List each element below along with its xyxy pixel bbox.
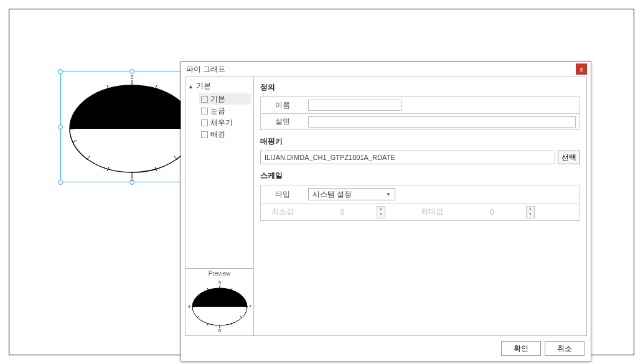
- tree-view: ▲ 기본 기본 눈금 채우기: [185, 77, 253, 268]
- spin-up-icon[interactable]: ▲: [527, 207, 534, 212]
- ok-button[interactable]: 확인: [501, 341, 541, 356]
- svg-text:5: 5: [218, 281, 221, 285]
- dialog-footer: 확인 취소: [501, 341, 584, 356]
- tree-item-label: 기본: [210, 94, 225, 105]
- field-row-desc: 설명: [261, 113, 580, 129]
- tree-item-background[interactable]: 배경: [199, 129, 251, 140]
- tree-item-ticks[interactable]: 눈금: [199, 105, 251, 116]
- spin-down-icon[interactable]: ▼: [377, 212, 385, 218]
- label-name: 이름: [261, 100, 304, 111]
- label-desc: 설명: [261, 116, 304, 127]
- definition-table: 이름 설명: [260, 96, 580, 130]
- preview-box: Preview: [185, 268, 253, 335]
- pie-graph-dialog: 파이 그래프 x ▲ 기본 기본: [181, 61, 591, 362]
- checkbox-icon[interactable]: [201, 96, 208, 103]
- tree-item-fill[interactable]: 채우기: [199, 117, 251, 128]
- tree-root[interactable]: ▲ 기본: [188, 81, 251, 91]
- section-title-mapkey: 매핑키: [260, 136, 580, 147]
- max-value[interactable]: [458, 208, 526, 217]
- checkbox-icon[interactable]: [201, 131, 208, 138]
- spin-up-icon[interactable]: ▲: [377, 207, 385, 212]
- checkbox-icon[interactable]: [201, 119, 208, 126]
- svg-text:2: 2: [188, 304, 190, 309]
- chevron-down-icon: ▼: [386, 192, 391, 197]
- preview-gauge: 5 0 2 7: [185, 277, 253, 335]
- scale-type-combo[interactable]: 시스템 설정 ▼: [308, 188, 395, 200]
- right-panel: 정의 이름 설명 매핑키: [254, 77, 586, 335]
- section-title-scale: 스케일: [260, 170, 580, 181]
- title-bar[interactable]: 파이 그래프 x: [181, 62, 591, 77]
- mapkey-select-button[interactable]: 선택: [558, 151, 580, 164]
- mapkey-input[interactable]: [260, 151, 555, 164]
- mapkey-row: 선택: [260, 151, 580, 164]
- label-min: 최소값: [261, 207, 304, 217]
- tree-item-label: 눈금: [210, 106, 225, 116]
- desc-input[interactable]: [308, 116, 576, 128]
- dialog-title: 파이 그래프: [186, 62, 225, 77]
- section-title-definition: 정의: [260, 82, 580, 93]
- spin-down-icon[interactable]: ▼: [527, 212, 534, 218]
- close-button[interactable]: x: [576, 63, 587, 75]
- gauge-label-bottom: 0: [130, 176, 133, 182]
- tree-item-basic[interactable]: 기본: [199, 93, 251, 105]
- svg-text:7: 7: [249, 304, 251, 309]
- combo-value: 시스템 설정: [312, 189, 352, 200]
- tree-root-label: 기본: [196, 81, 211, 91]
- checkbox-icon[interactable]: [201, 108, 208, 114]
- dialog-body: ▲ 기본 기본 눈금 채우기: [185, 77, 587, 336]
- scale-table: 타입 시스템 설정 ▼ 최소값 ▲ ▼: [260, 185, 580, 221]
- tree-item-label: 채우기: [210, 118, 233, 128]
- min-spinner[interactable]: ▲ ▼: [308, 206, 385, 218]
- preview-label: Preview: [209, 270, 231, 277]
- max-spinner[interactable]: ▲ ▼: [458, 206, 535, 218]
- left-column: ▲ 기본 기본 눈금 채우기: [185, 77, 254, 335]
- min-value[interactable]: [308, 208, 377, 217]
- label-max: 최대값: [410, 207, 454, 217]
- document-frame: 5 0 파이 그래프 x ▲ 기본 기본: [9, 9, 634, 355]
- cancel-button[interactable]: 취소: [545, 341, 584, 356]
- caret-icon: ▲: [188, 83, 194, 90]
- gauge-label-top: 5: [130, 74, 133, 80]
- scale-row-minmax: 최소값 ▲ ▼ 최대값 ▲: [261, 203, 580, 220]
- field-row-name: 이름: [261, 97, 580, 113]
- tree-item-label: 배경: [210, 129, 225, 140]
- name-input[interactable]: [308, 100, 401, 111]
- label-type: 타입: [261, 189, 304, 200]
- scale-row-type: 타입 시스템 설정 ▼: [261, 185, 580, 203]
- tree-children: 기본 눈금 채우기 배경: [188, 93, 251, 140]
- svg-text:0: 0: [218, 329, 221, 333]
